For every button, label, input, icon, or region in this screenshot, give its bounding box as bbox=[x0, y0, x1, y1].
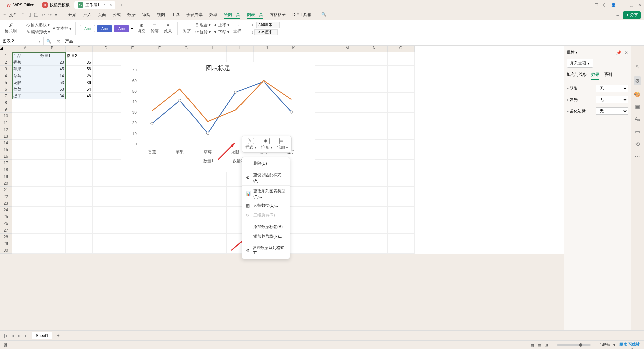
col-header[interactable]: B bbox=[39, 46, 66, 52]
cell[interactable] bbox=[388, 234, 415, 240]
cell[interactable] bbox=[254, 52, 280, 59]
cell[interactable] bbox=[361, 133, 388, 140]
tab-chart-tools[interactable]: 图表工具 bbox=[247, 11, 263, 19]
cell[interactable] bbox=[388, 93, 415, 99]
hamburger-icon[interactable]: ≡ bbox=[3, 13, 6, 17]
cell[interactable] bbox=[361, 52, 388, 59]
cell[interactable] bbox=[334, 72, 361, 79]
cell[interactable] bbox=[388, 187, 415, 193]
cm-reset-style[interactable]: ⟲重设以匹配样式(A) bbox=[242, 170, 290, 185]
cell[interactable] bbox=[388, 166, 415, 173]
group-button[interactable]: ⊞组合▾ bbox=[195, 22, 211, 28]
view-page-icon[interactable]: ▤ bbox=[538, 343, 541, 347]
cell[interactable] bbox=[12, 166, 39, 173]
cell[interactable] bbox=[334, 119, 361, 126]
cell[interactable] bbox=[388, 180, 415, 187]
row-header[interactable]: 24 bbox=[0, 207, 12, 213]
row-header[interactable]: 6 bbox=[0, 86, 12, 93]
cell[interactable] bbox=[361, 160, 388, 166]
cell[interactable] bbox=[280, 52, 307, 59]
move-down-button[interactable]: ▼下移▾ bbox=[213, 29, 229, 35]
cell[interactable] bbox=[334, 59, 361, 66]
cell[interactable] bbox=[146, 234, 173, 240]
cell[interactable] bbox=[93, 113, 119, 119]
cell[interactable] bbox=[93, 86, 119, 93]
tab-member[interactable]: 会员专享 bbox=[186, 11, 203, 19]
save-icon[interactable]: 🗋 bbox=[21, 13, 25, 17]
rotate-button[interactable]: ⟳旋转▾ bbox=[195, 29, 211, 35]
cell[interactable] bbox=[388, 220, 415, 227]
cell[interactable] bbox=[388, 86, 415, 93]
cell[interactable] bbox=[173, 187, 200, 193]
prop-shadow-label[interactable]: 阴影 bbox=[567, 86, 578, 91]
cell[interactable] bbox=[361, 72, 388, 79]
cell[interactable] bbox=[93, 119, 119, 126]
cell[interactable] bbox=[307, 213, 334, 220]
cell[interactable]: 56 bbox=[66, 66, 93, 72]
row-header[interactable]: 15 bbox=[0, 146, 12, 153]
cell[interactable] bbox=[173, 213, 200, 220]
format-painter-button[interactable]: 🖌 格式刷 bbox=[3, 23, 18, 34]
row-header[interactable]: 9 bbox=[0, 106, 12, 113]
cell[interactable] bbox=[12, 247, 39, 254]
cell[interactable] bbox=[388, 173, 415, 180]
cell[interactable] bbox=[334, 220, 361, 227]
redo-icon[interactable]: ↷ bbox=[48, 13, 52, 17]
cell[interactable] bbox=[334, 113, 361, 119]
tab-review[interactable]: 审阅 bbox=[142, 11, 150, 19]
cell[interactable] bbox=[93, 187, 119, 193]
cell[interactable] bbox=[334, 173, 361, 180]
cell[interactable] bbox=[93, 160, 119, 166]
cell[interactable] bbox=[93, 240, 119, 247]
cell[interactable] bbox=[93, 247, 119, 254]
app-tab-template[interactable]: D 找稻壳模板 bbox=[39, 1, 73, 9]
more-icon[interactable]: ⋯ bbox=[635, 153, 640, 160]
cell[interactable] bbox=[39, 227, 66, 234]
cell[interactable] bbox=[388, 133, 415, 140]
col-header[interactable]: G bbox=[173, 46, 200, 52]
cell[interactable] bbox=[361, 213, 388, 220]
cell[interactable] bbox=[334, 200, 361, 207]
cell[interactable] bbox=[93, 234, 119, 240]
cell[interactable] bbox=[39, 133, 66, 140]
row-header[interactable]: 22 bbox=[0, 193, 12, 200]
cell[interactable] bbox=[39, 240, 66, 247]
cell[interactable] bbox=[334, 133, 361, 140]
cell[interactable] bbox=[307, 187, 334, 193]
cell[interactable] bbox=[200, 193, 227, 200]
cell[interactable] bbox=[146, 187, 173, 193]
zoom-slider[interactable] bbox=[557, 344, 591, 346]
row-header[interactable]: 28 bbox=[0, 234, 12, 240]
col-header[interactable]: I bbox=[227, 46, 254, 52]
cell[interactable] bbox=[93, 227, 119, 234]
cell[interactable] bbox=[173, 193, 200, 200]
settings-icon[interactable]: ⚙ bbox=[634, 76, 641, 85]
col-header[interactable]: C bbox=[66, 46, 93, 52]
tab-page[interactable]: 页面 bbox=[98, 11, 106, 19]
close-icon[interactable]: ✕ bbox=[638, 3, 641, 7]
cell[interactable] bbox=[307, 193, 334, 200]
cell[interactable] bbox=[39, 180, 66, 187]
prop-softedge-select[interactable]: 无 bbox=[596, 107, 628, 115]
multi-window-icon[interactable]: ❐ bbox=[595, 3, 598, 7]
cloud-icon[interactable]: ☁ bbox=[615, 13, 620, 17]
cell[interactable]: 35 bbox=[66, 59, 93, 66]
cell[interactable] bbox=[93, 207, 119, 213]
cell[interactable] bbox=[200, 207, 227, 213]
cell[interactable] bbox=[12, 207, 39, 213]
row-header[interactable]: 5 bbox=[0, 79, 12, 86]
cell[interactable]: 64 bbox=[66, 86, 93, 93]
search-in-sheet-icon[interactable]: 🔍 bbox=[44, 39, 54, 44]
cell[interactable]: 53 bbox=[39, 79, 66, 86]
cell[interactable] bbox=[12, 106, 39, 113]
col-header[interactable]: L bbox=[307, 46, 334, 52]
style-preset-2[interactable]: Abc bbox=[97, 25, 112, 32]
cell[interactable] bbox=[146, 180, 173, 187]
cell[interactable] bbox=[173, 52, 200, 59]
cell[interactable]: 34 bbox=[39, 93, 66, 99]
cell[interactable] bbox=[93, 72, 119, 79]
row-header[interactable]: 7 bbox=[0, 93, 12, 99]
row-header[interactable]: 14 bbox=[0, 140, 12, 146]
cell[interactable] bbox=[93, 200, 119, 207]
col-header[interactable]: F bbox=[146, 46, 173, 52]
